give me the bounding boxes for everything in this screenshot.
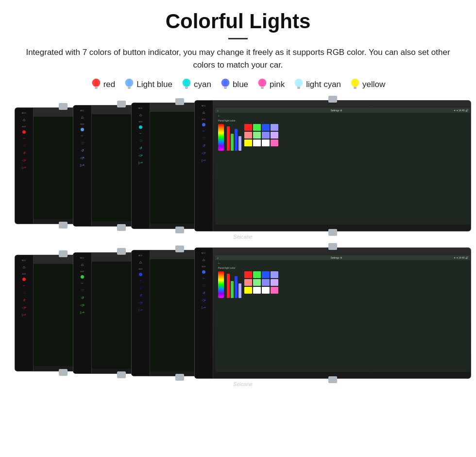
button-icon[interactable]: ▷+: [80, 163, 85, 167]
color-bar: [238, 136, 241, 151]
color-bar: [227, 126, 230, 151]
button-icon[interactable]: ↺: [203, 144, 205, 148]
grid-cell[interactable]: [253, 271, 261, 278]
button-icon[interactable]: ↺: [203, 291, 205, 295]
button-icon[interactable]: ◁+: [138, 154, 143, 158]
screen-home: ⌂: [217, 256, 219, 259]
bulb-icon: [257, 78, 268, 91]
button-icon[interactable]: ▷+: [138, 161, 143, 165]
home-icon: ⌂: [81, 263, 84, 267]
button-icon[interactable]: ▷+: [22, 313, 26, 317]
back-button[interactable]: ←: [202, 129, 206, 133]
power-button[interactable]: [81, 275, 84, 279]
button-icon[interactable]: ◁+: [80, 156, 85, 160]
panel-label: Panel light color: [215, 119, 470, 123]
back-button[interactable]: ←: [139, 279, 143, 283]
grid-cell[interactable]: [271, 271, 278, 278]
unit-screen: ⌂Settings ⚙✦ ▾ 14:40 🔊←Panel light color: [215, 108, 470, 225]
grid-cell[interactable]: [244, 140, 252, 146]
grid-cell[interactable]: [271, 287, 278, 294]
grid-cell[interactable]: [253, 124, 261, 131]
button-icon[interactable]: ♡: [139, 286, 142, 290]
rst-label: RST: [22, 273, 26, 275]
page-title: Colorful Lights: [15, 10, 461, 33]
button-icon[interactable]: ↺: [23, 299, 26, 302]
button-icon[interactable]: ▷+: [202, 306, 206, 310]
button-icon[interactable]: ◁+: [138, 301, 143, 305]
button-icon[interactable]: ♡: [203, 137, 205, 141]
grid-cell[interactable]: [262, 140, 270, 146]
grid-cell[interactable]: [244, 271, 252, 278]
button-icon[interactable]: ♡: [23, 291, 26, 295]
button-icon[interactable]: ◁+: [80, 303, 85, 307]
grid-cell[interactable]: [253, 279, 261, 286]
button-icon[interactable]: ▷+: [22, 166, 26, 170]
color-row: red Light blue cyan blue pink light cyan…: [15, 78, 461, 91]
color-grid: [244, 124, 278, 151]
grid-cell[interactable]: [271, 140, 278, 146]
color-label: Light blue: [136, 80, 172, 89]
grid-cell[interactable]: [244, 124, 252, 131]
rst-label: RST: [81, 123, 85, 125]
button-icon[interactable]: ◁+: [202, 299, 206, 302]
left-panel: MIC⌂RST←♡↺◁+▷+: [73, 253, 92, 373]
back-button[interactable]: ←: [202, 276, 206, 281]
power-button[interactable]: [22, 130, 26, 134]
grid-cell[interactable]: [262, 271, 270, 278]
power-button[interactable]: [202, 270, 205, 274]
radio-unit: MIC⌂RST←♡↺◁+▷+⌂Settings ⚙✦ ▾ 14:40 🔊←Pan…: [194, 247, 471, 379]
back-button[interactable]: ←: [81, 281, 85, 285]
bulb-icon: [181, 78, 192, 91]
back-button[interactable]: ←: [22, 136, 26, 141]
button-icon[interactable]: ↺: [23, 151, 26, 155]
home-icon: ⌂: [23, 265, 25, 269]
button-icon[interactable]: ♡: [203, 284, 205, 288]
power-button[interactable]: [139, 273, 142, 276]
power-button[interactable]: [139, 125, 142, 129]
color-item-pink: pink: [257, 78, 285, 91]
button-icon[interactable]: ↺: [81, 296, 84, 300]
power-button[interactable]: [22, 278, 26, 281]
home-icon: ⌂: [23, 118, 25, 122]
button-icon[interactable]: ♡: [81, 289, 84, 293]
screen-back[interactable]: ←: [215, 260, 470, 266]
grid-cell[interactable]: [262, 132, 270, 139]
grid-cell[interactable]: [244, 287, 252, 294]
grid-cell[interactable]: [271, 279, 278, 286]
back-button[interactable]: ←: [22, 283, 26, 288]
button-icon[interactable]: ◁+: [202, 151, 206, 155]
button-icon[interactable]: ▷+: [202, 158, 206, 162]
button-icon[interactable]: ↺: [81, 149, 84, 153]
power-button[interactable]: [202, 123, 205, 126]
home-icon: ⌂: [139, 113, 142, 117]
button-icon[interactable]: ▷+: [80, 311, 85, 315]
grid-cell[interactable]: [271, 124, 278, 131]
button-icon[interactable]: ◁+: [22, 158, 26, 162]
grid-cell[interactable]: [253, 132, 261, 139]
color-bar: [235, 276, 238, 298]
back-button[interactable]: ←: [81, 134, 85, 138]
back-button[interactable]: ←: [139, 131, 143, 136]
grid-cell[interactable]: [253, 140, 261, 146]
button-icon[interactable]: ♡: [23, 144, 26, 148]
grid-cell[interactable]: [244, 132, 252, 139]
button-icon[interactable]: ◁+: [22, 306, 26, 310]
grid-cell[interactable]: [271, 132, 278, 139]
power-button[interactable]: [81, 128, 84, 131]
devices-section: MIC⌂RST←♡↺◁+▷+MIC⌂RST←♡↺◁+▷+MIC⌂RST←♡↺◁+…: [15, 100, 461, 391]
button-icon[interactable]: ▷+: [138, 308, 143, 312]
grid-cell[interactable]: [262, 124, 270, 131]
bracket-top: [328, 96, 337, 103]
color-label: cyan: [194, 80, 211, 89]
button-icon[interactable]: ↺: [139, 294, 142, 298]
rainbow-bar: [218, 271, 224, 298]
screen-back[interactable]: ←: [215, 113, 470, 119]
button-icon[interactable]: ♡: [81, 141, 84, 145]
button-icon[interactable]: ♡: [139, 139, 142, 143]
grid-cell[interactable]: [253, 287, 261, 294]
grid-cell[interactable]: [262, 287, 270, 294]
rst-label: RST: [139, 121, 143, 123]
grid-cell[interactable]: [244, 279, 252, 286]
grid-cell[interactable]: [262, 279, 270, 286]
button-icon[interactable]: ↺: [139, 146, 142, 150]
